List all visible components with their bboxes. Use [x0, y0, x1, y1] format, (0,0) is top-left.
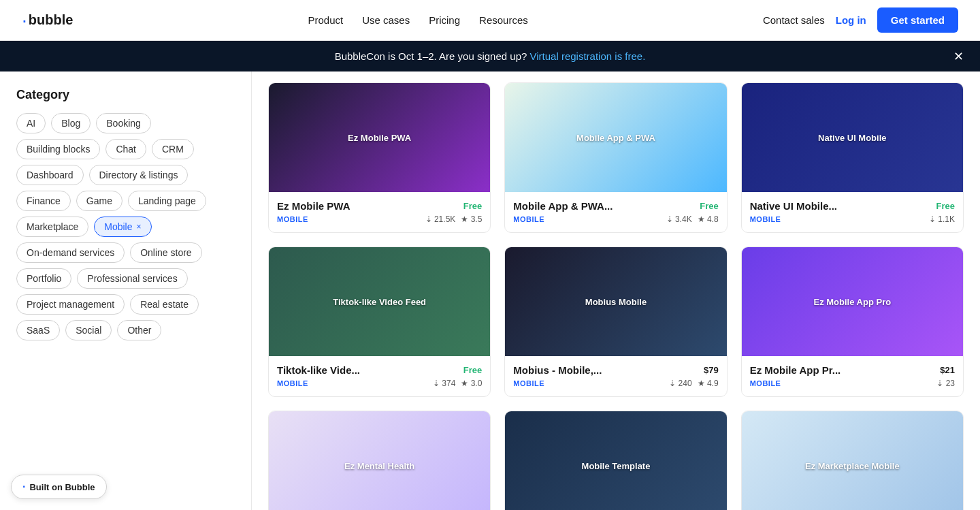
category-tag-online-store[interactable]: Online store [130, 242, 201, 263]
category-tag-saas[interactable]: SaaS [16, 320, 60, 340]
card-price: Free [463, 365, 482, 375]
card-price: Free [700, 201, 718, 211]
main-content: Ez Mobile PWAEz Mobile PWAFreeMOBILE⇣ 21… [252, 71, 980, 510]
card-body: Mobius - Mobile,...$79MOBILE⇣ 240★ 4.9 [505, 356, 726, 396]
template-card[interactable]: Ez Mobile PWAEz Mobile PWAFreeMOBILE⇣ 21… [268, 82, 491, 233]
logo[interactable]: · bubble [22, 11, 73, 30]
category-tag-real-estate[interactable]: Real estate [130, 294, 199, 315]
nav-actions: Contact sales Log in Get started [763, 7, 958, 33]
card-title: Native UI Mobile... [750, 200, 837, 212]
login-button[interactable]: Log in [836, 14, 866, 26]
card-image: Ez Mobile PWA [269, 83, 490, 192]
category-tags: AIBlogBookingBuilding blocksChatCRMDashb… [16, 113, 235, 340]
category-tag-social[interactable]: Social [65, 320, 112, 340]
category-tag-ai[interactable]: AI [16, 113, 46, 133]
card-title: Tiktok-like Vide... [277, 364, 360, 376]
category-tag-directory-and-listings[interactable]: Directory & listings [89, 165, 189, 185]
nav-pricing[interactable]: Pricing [429, 14, 460, 26]
banner-text: BubbleCon is Oct 1–2. Are you signed up? [335, 50, 527, 62]
card-image: Ez Mobile App Pro [742, 247, 963, 356]
rating-stat: ★ 3.5 [461, 214, 482, 224]
category-tag-other[interactable]: Other [117, 320, 161, 340]
card-image: Mobile App & PWA [505, 83, 726, 192]
template-card[interactable]: Ez Marketplace MobileEz Marketplace Mobi… [741, 411, 964, 510]
download-stat: ⇣ 3.4K [666, 214, 692, 224]
download-stat: ⇣ 23 [936, 379, 955, 388]
card-body: Native UI Mobile...FreeMOBILE⇣ 1.1K [742, 192, 963, 232]
category-tag-on-demand-services[interactable]: On-demand services [16, 242, 125, 263]
template-card[interactable]: Mobile App & PWAMobile App & PWA...FreeM… [504, 82, 727, 233]
category-tag-landing-page[interactable]: Landing page [128, 191, 206, 211]
contact-sales-link[interactable]: Contact sales [763, 14, 825, 26]
card-price: $79 [704, 365, 719, 375]
built-on-bubble-badge[interactable]: · Built on Bubble [11, 475, 107, 499]
rating-stat: ★ 3.0 [461, 379, 482, 388]
card-title: Mobile App & PWA... [513, 200, 612, 212]
navbar: · bubble Product Use cases Pricing Resou… [0, 0, 980, 41]
download-stat: ⇣ 21.5K [425, 214, 456, 224]
category-tag-portfolio[interactable]: Portfolio [16, 268, 71, 289]
card-title: Ez Mobile App Pr... [750, 364, 841, 376]
cards-grid: Ez Mobile PWAEz Mobile PWAFreeMOBILE⇣ 21… [268, 82, 964, 510]
template-card[interactable]: Tiktok-like Video FeedTiktok-like Vide..… [268, 246, 491, 397]
template-card[interactable]: Ez Mental HealthEz Mental HealthMOBILE [268, 411, 491, 510]
card-image: Ez Mental Health [269, 411, 490, 510]
card-image: Native UI Mobile [742, 83, 963, 192]
built-on-bubble-label: Built on Bubble [29, 482, 95, 492]
card-body: Ez Mobile PWAFreeMOBILE⇣ 21.5K★ 3.5 [269, 192, 490, 232]
card-image: Ez Marketplace Mobile [742, 411, 963, 510]
category-tag-booking[interactable]: Booking [96, 113, 151, 133]
card-image: Mobile Template [505, 411, 726, 510]
card-price: Free [463, 201, 482, 211]
template-card[interactable]: Native UI MobileNative UI Mobile...FreeM… [741, 82, 964, 233]
remove-tag-icon[interactable]: × [137, 222, 142, 232]
download-stat: ⇣ 1.1K [929, 214, 955, 224]
nav-use-cases[interactable]: Use cases [362, 14, 410, 26]
category-tag-finance[interactable]: Finance [16, 191, 71, 211]
category-tag-project-management[interactable]: Project management [16, 294, 125, 315]
card-body: Tiktok-like Vide...FreeMOBILE⇣ 374★ 3.0 [269, 356, 490, 396]
rating-stat: ★ 4.8 [698, 214, 719, 224]
card-price: Free [936, 201, 955, 211]
category-tag-dashboard[interactable]: Dashboard [16, 165, 84, 185]
category-tag-marketplace[interactable]: Marketplace [16, 217, 88, 237]
card-image: Mobius Mobile [505, 247, 726, 356]
card-category: MOBILE [513, 379, 544, 387]
card-category: MOBILE [750, 379, 781, 387]
get-started-button[interactable]: Get started [877, 7, 958, 33]
category-tag-crm[interactable]: CRM [152, 139, 194, 159]
page-body: Category AIBlogBookingBuilding blocksCha… [0, 71, 980, 510]
download-stat: ⇣ 374 [433, 379, 455, 388]
category-tag-blog[interactable]: Blog [51, 113, 91, 133]
announcement-banner: BubbleCon is Oct 1–2. Are you signed up?… [0, 41, 980, 71]
card-category: MOBILE [750, 215, 781, 223]
nav-product[interactable]: Product [308, 14, 343, 26]
nav-links: Product Use cases Pricing Resources [308, 14, 527, 26]
category-tag-chat[interactable]: Chat [105, 139, 146, 159]
category-tag-building-blocks[interactable]: Building blocks [16, 139, 100, 159]
banner-close-button[interactable]: ✕ [953, 49, 964, 64]
sidebar: Category AIBlogBookingBuilding blocksCha… [0, 71, 252, 510]
category-tag-game[interactable]: Game [76, 191, 122, 211]
category-tag-professional-services[interactable]: Professional services [77, 268, 187, 289]
banner-link[interactable]: Virtual registration is free. [530, 50, 646, 62]
card-category: MOBILE [277, 215, 308, 223]
card-image: Tiktok-like Video Feed [269, 247, 490, 356]
template-card[interactable]: Mobile TemplateMobile Template...MOBILE [504, 411, 727, 510]
card-body: Ez Mobile App Pr...$21MOBILE⇣ 23 [742, 356, 963, 396]
rating-stat: ★ 4.9 [698, 379, 719, 388]
card-category: MOBILE [513, 215, 544, 223]
card-category: MOBILE [277, 379, 308, 387]
nav-resources[interactable]: Resources [479, 14, 528, 26]
card-price: $21 [940, 365, 955, 375]
card-title: Mobius - Mobile,... [513, 364, 602, 376]
sidebar-title: Category [16, 88, 235, 102]
download-stat: ⇣ 240 [669, 379, 691, 388]
card-body: Mobile App & PWA...FreeMOBILE⇣ 3.4K★ 4.8 [505, 192, 726, 232]
card-title: Ez Mobile PWA [277, 200, 350, 212]
bubble-icon: · [22, 481, 25, 493]
template-card[interactable]: Ez Mobile App ProEz Mobile App Pr...$21M… [741, 246, 964, 397]
template-card[interactable]: Mobius MobileMobius - Mobile,...$79MOBIL… [504, 246, 727, 397]
category-tag-mobile[interactable]: Mobile× [94, 217, 151, 237]
